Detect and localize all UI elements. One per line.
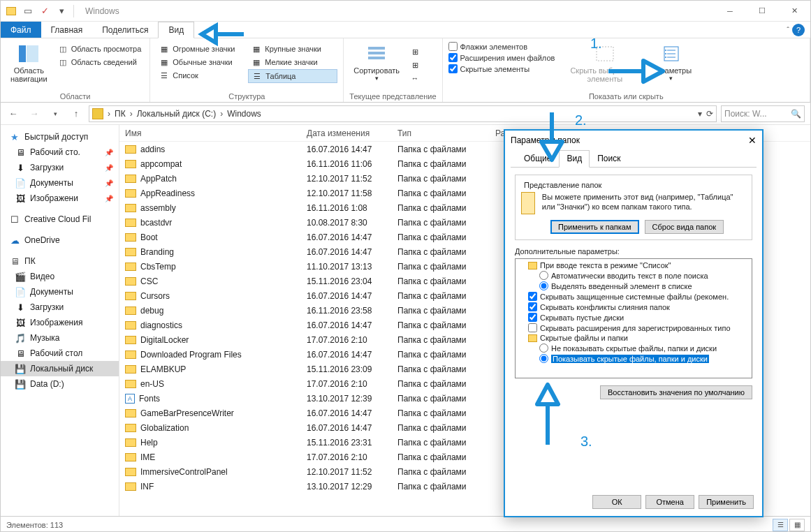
minimize-button[interactable]: ─: [714, 1, 746, 22]
sidebar-item-icon: 🎬: [15, 271, 26, 282]
pin-icon: 📌: [105, 195, 113, 202]
sidebar-item[interactable]: 📄Документы📌: [1, 175, 119, 191]
tree-item[interactable]: Скрывать расширения для зарегистрированн…: [517, 323, 750, 333]
reset-folders-button[interactable]: Сброс вида папок: [645, 220, 724, 234]
properties-icon[interactable]: ▭: [20, 3, 36, 19]
checkbox[interactable]: [528, 313, 537, 322]
tree-item[interactable]: Не показывать скрытые файлы, папки и дис…: [517, 343, 750, 353]
sidebar-item[interactable]: ⬇Загрузки: [1, 300, 119, 315]
preview-pane-button[interactable]: ◫Область просмотра: [54, 43, 145, 55]
annotation-label-2: 2.: [575, 112, 587, 128]
nav-pane-button[interactable]: Область навигации: [6, 40, 52, 86]
folder-options-dialog: Параметры папок ✕ Общие Вид Поиск Предст…: [504, 129, 763, 517]
layout-small[interactable]: ▦Мелкие значки: [248, 56, 337, 68]
tab-view[interactable]: Вид: [158, 22, 194, 38]
icons-view-button[interactable]: ▦: [789, 519, 805, 531]
crumb-drive[interactable]: Локальный диск (C:): [137, 109, 217, 119]
radio[interactable]: [539, 354, 548, 363]
details-pane-button[interactable]: ◫Область сведений: [54, 56, 145, 68]
sidebar-pc[interactable]: 🖥ПК: [1, 253, 119, 269]
crumb-folder[interactable]: Windows: [227, 109, 261, 119]
folder-icon: [125, 380, 136, 388]
checkbox[interactable]: [528, 323, 537, 332]
addr-dropdown-icon[interactable]: ▾: [698, 109, 702, 119]
dialog-close-button[interactable]: ✕: [748, 135, 757, 146]
close-button[interactable]: ✕: [778, 1, 810, 22]
layout-list[interactable]: ☰Список: [156, 69, 245, 82]
sidebar-item[interactable]: ⬇Загрузки📌: [1, 160, 119, 175]
tree-item[interactable]: Скрывать конфликты слияния папок: [517, 302, 750, 312]
checkboxes-toggle[interactable]: Флажки элементов: [448, 41, 555, 52]
ok-button[interactable]: ОК: [592, 495, 641, 509]
tab-share[interactable]: Поделиться: [92, 22, 158, 38]
sidebar-onedrive[interactable]: ☁OneDrive: [1, 232, 119, 248]
cancel-button[interactable]: Отмена: [645, 495, 694, 509]
sidebar-item[interactable]: 🖥Рабочий стол: [1, 346, 119, 361]
radio[interactable]: [539, 271, 548, 280]
qat-dropdown-icon[interactable]: ▾: [54, 3, 69, 19]
sidebar-item[interactable]: 🖥Рабочий сто.📌: [1, 145, 119, 160]
sidebar-item[interactable]: 🎵Музыка: [1, 330, 119, 346]
dialog-tab-general[interactable]: Общие: [516, 150, 559, 167]
advanced-settings-tree[interactable]: При вводе текста в режиме "Список"Автома…: [515, 258, 752, 378]
sidebar-item[interactable]: 🎬Видео: [1, 269, 119, 284]
restore-defaults-button[interactable]: Восстановить значения по умолчанию: [600, 385, 752, 399]
layout-large[interactable]: ▦Крупные значки: [248, 43, 337, 55]
item-count: Элементов: 113: [6, 521, 63, 529]
layout-details[interactable]: ☰Таблица: [248, 69, 337, 83]
sidebar-item[interactable]: 📄Документы: [1, 284, 119, 300]
dialog-tab-search[interactable]: Поиск: [590, 150, 628, 167]
sidebar-item[interactable]: 💾Локальный диск: [1, 361, 119, 376]
details-view-button[interactable]: ☰: [773, 519, 788, 531]
layout-medium[interactable]: ▦Обычные значки: [156, 56, 245, 68]
up-button[interactable]: ↑: [68, 105, 85, 122]
tree-item[interactable]: При вводе текста в режиме "Список": [517, 260, 750, 270]
help-icon[interactable]: ?: [792, 24, 805, 36]
qat-check-icon[interactable]: ✓: [37, 3, 52, 19]
maximize-button[interactable]: ☐: [746, 1, 778, 22]
tab-home[interactable]: Главная: [41, 22, 93, 38]
crumb-pc[interactable]: ПК: [115, 109, 126, 119]
sidebar-item-icon: ⬇: [15, 302, 26, 313]
tree-item[interactable]: Скрытые файлы и папки: [517, 333, 750, 343]
group-by-button[interactable]: ⊞: [407, 45, 423, 58]
header-type[interactable]: Тип: [392, 128, 490, 138]
size-columns-button[interactable]: ↔: [407, 72, 423, 84]
checkbox[interactable]: [528, 292, 537, 301]
folder-icon: [528, 334, 537, 342]
forward-button[interactable]: →: [26, 105, 43, 122]
sidebar-item-icon: 🖼: [15, 317, 26, 328]
tree-item[interactable]: Автоматически вводить текст в поле поиск…: [517, 270, 750, 281]
layout-huge[interactable]: ▦Огромные значки: [156, 43, 245, 55]
radio[interactable]: [539, 281, 548, 290]
sidebar-item[interactable]: 💾Data (D:): [1, 376, 119, 392]
hidden-toggle[interactable]: Скрытые элементы: [448, 64, 555, 74]
tree-item[interactable]: Скрывать пустые диски: [517, 312, 750, 323]
header-date[interactable]: Дата изменения: [301, 128, 392, 138]
dialog-tab-view[interactable]: Вид: [559, 150, 590, 168]
sort-button[interactable]: Сортировать▾: [349, 40, 404, 84]
options-button[interactable]: Параметры▾: [646, 40, 696, 84]
tree-item[interactable]: Показывать скрытые файлы, папки и диски: [517, 353, 750, 364]
ribbon-collapse-icon[interactable]: ˆ: [787, 26, 789, 34]
sidebar-quick-access[interactable]: ★Быстрый доступ: [1, 129, 119, 145]
search-input[interactable]: Поиск: W... 🔍: [721, 105, 805, 122]
radio[interactable]: [539, 343, 548, 353]
sidebar-ccf[interactable]: ☐Creative Cloud Fil: [1, 212, 119, 227]
extensions-toggle[interactable]: Расширения имен файлов: [448, 52, 555, 63]
sidebar-item[interactable]: 🖼Изображени📌: [1, 191, 119, 206]
header-name[interactable]: Имя: [119, 128, 301, 138]
sidebar-item[interactable]: 🖼Изображения: [1, 315, 119, 330]
apply-button[interactable]: Применить: [699, 495, 754, 509]
checkbox[interactable]: [528, 302, 537, 311]
history-dropdown[interactable]: ▾: [47, 105, 64, 122]
apply-to-folders-button[interactable]: Применить к папкам: [550, 220, 639, 234]
tree-item[interactable]: Скрывать защищенные системные файлы (рек…: [517, 291, 750, 302]
tab-file[interactable]: Файл: [1, 22, 41, 38]
breadcrumb[interactable]: ПК Локальный диск (C:) Windows ▾⟳: [89, 105, 717, 122]
tree-item[interactable]: Выделять введенный элемент в списке: [517, 281, 750, 291]
refresh-icon[interactable]: ⟳: [706, 109, 713, 119]
add-columns-button[interactable]: ⊞: [407, 59, 423, 71]
hide-selected-button[interactable]: Скрыть выбранные элементы: [566, 40, 643, 86]
back-button[interactable]: ←: [5, 105, 22, 122]
